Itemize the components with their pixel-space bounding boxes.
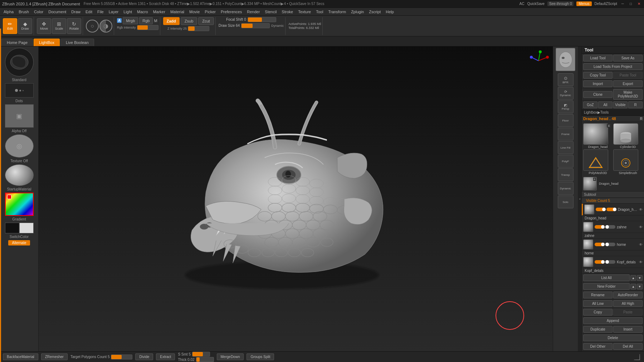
visible-btn[interactable]: Visible (613, 101, 628, 108)
menu-movie[interactable]: Movie (187, 9, 202, 15)
alternate-btn[interactable]: Alternate (8, 240, 30, 246)
menu-stroke[interactable]: Stroke (279, 9, 295, 15)
menu-material[interactable]: Material (168, 9, 186, 15)
rename-btn[interactable]: Rename (583, 292, 613, 298)
resize-icon[interactable] (633, 353, 641, 361)
maximize-btn[interactable]: □ (628, 2, 633, 6)
persp-btn[interactable]: ◩ Persp (558, 100, 574, 113)
minimize-btn[interactable]: ─ (620, 2, 625, 6)
s-smt-slider[interactable] (192, 352, 210, 357)
draw-size-slider[interactable] (241, 23, 270, 28)
linefill-btn[interactable]: Line Fill (558, 141, 574, 154)
tab-lightbox[interactable]: LightBox (34, 39, 60, 46)
list-all-btn[interactable]: List All (583, 274, 630, 281)
scale-btn[interactable]: ⊞ Scale (52, 18, 66, 34)
tool-thumb-dragon1[interactable]: 4 Dragon_head (583, 123, 613, 149)
focal-shift-slider[interactable] (248, 17, 276, 22)
canvas-area[interactable] (39, 46, 553, 351)
move-btn[interactable]: ✥ Move (37, 18, 51, 34)
quicksave-btn[interactable]: QuickSave (527, 2, 545, 6)
subtool-toggle-dragon[interactable] (596, 208, 606, 211)
menu-help[interactable]: Help (384, 9, 396, 15)
list-arrow-down1[interactable]: ▼ (637, 275, 643, 281)
dynamic-label[interactable]: Dynamic (271, 24, 284, 28)
eye-icon-horne[interactable]: 👁 (639, 243, 643, 247)
right-collapse-handle[interactable]: ◂ (578, 46, 581, 351)
paste-subtool-btn[interactable]: Paste (613, 309, 643, 316)
alpha-preview[interactable]: ▣ (5, 104, 34, 128)
subtool-toggle2-dragon[interactable] (606, 208, 616, 211)
menu-marker[interactable]: Marker (151, 9, 167, 15)
menu-preferences[interactable]: Preferences (219, 9, 244, 15)
subtool-toggle-horne[interactable] (595, 243, 605, 246)
color-swatches[interactable] (5, 223, 34, 233)
menu-zplugin[interactable]: Zplugin (349, 9, 366, 15)
thick-slider[interactable] (196, 357, 214, 362)
divide-btn[interactable]: Divide (135, 353, 153, 360)
edit-btn[interactable]: ✏ Edit (3, 18, 17, 34)
eye-icon-zahne[interactable]: 👁 (639, 225, 643, 229)
transp-btn[interactable]: Transp (558, 168, 574, 181)
swatch-black[interactable] (5, 223, 19, 233)
menu-tool[interactable]: Tool (314, 9, 325, 15)
delete-btn[interactable]: Delete (583, 334, 643, 341)
goz-btn[interactable]: GoZ (583, 101, 597, 108)
head-preview-thumbnail[interactable] (556, 48, 575, 71)
copy-tool-btn[interactable]: Copy Tool (583, 72, 613, 79)
rgb-intensity-slider[interactable] (137, 25, 158, 30)
menu-layer[interactable]: Layer (107, 9, 121, 15)
material-preview[interactable] (5, 164, 34, 186)
import-btn[interactable]: Import (583, 80, 613, 87)
swatch-white[interactable] (19, 223, 34, 233)
menu-transform[interactable]: Transform (326, 9, 348, 15)
subtool-toggle2-zahne[interactable] (605, 225, 615, 229)
del-other-btn[interactable]: Del Other (583, 343, 613, 350)
extract-bottom-btn[interactable]: Extract (156, 353, 175, 360)
color-picker[interactable] (5, 193, 34, 216)
tool-thumb-cylinder[interactable]: Cylinder3D (613, 123, 643, 149)
frame-btn[interactable]: Frame (558, 128, 574, 140)
menu-stencil[interactable]: Stencil (263, 9, 279, 15)
subtool-item-horne[interactable]: horne 👁 (582, 239, 644, 251)
menus-btn[interactable]: Menus (576, 1, 591, 6)
sphere-outline-btn[interactable]: ○ (86, 20, 99, 33)
append-btn[interactable]: Append (583, 317, 643, 324)
subtool-toggle-zahne[interactable] (595, 225, 605, 229)
polyf-btn[interactable]: PolyF (558, 155, 574, 168)
solo-btn[interactable]: Solo (558, 195, 574, 208)
z-intensity-slider[interactable] (188, 26, 209, 31)
rgb-btn[interactable]: Rgb (139, 17, 153, 24)
close-btn[interactable]: ✕ (636, 2, 642, 6)
menu-brush[interactable]: Brush (16, 9, 31, 15)
export-btn[interactable]: Export (613, 80, 643, 87)
menu-render[interactable]: Render (245, 9, 262, 15)
folder-arrow-down[interactable]: ▼ (637, 284, 643, 289)
subtool-item-dragon-head[interactable]: Dragon_head 👁 (582, 204, 644, 215)
zsub-btn[interactable]: Zsub (181, 17, 197, 25)
eye-icon-dragon[interactable]: 👁 (639, 208, 643, 212)
eye-icon-kopf[interactable]: 👁 (639, 260, 643, 264)
insert-btn[interactable]: Insert (613, 326, 643, 333)
subtool-item-zahne[interactable]: zahne 👁 (582, 221, 644, 233)
load-tool-btn[interactable]: Load Tool (583, 55, 613, 61)
menu-alpha[interactable]: Alpha (1, 9, 16, 15)
folder-arrow-up[interactable]: ▲ (630, 284, 636, 289)
subtool-item-kopf[interactable]: Kopf_detals 👁 (582, 256, 644, 268)
paste-tool-btn[interactable]: Paste Tool (613, 72, 643, 79)
tab-live-boolean[interactable]: Live Boolean (60, 39, 94, 46)
tab-home[interactable]: Home Page (1, 39, 33, 46)
menu-edit[interactable]: Edit (83, 9, 94, 15)
del-all-btn[interactable]: Del All (613, 343, 643, 350)
dots-preview[interactable] (5, 83, 34, 98)
clone-btn[interactable]: Clone (583, 91, 613, 98)
menu-draw[interactable]: Draw (69, 9, 83, 15)
menu-picker[interactable]: Picker (203, 9, 218, 15)
menu-zscript[interactable]: Zscript (367, 9, 383, 15)
subtool-toggle-kopf[interactable] (595, 260, 605, 264)
merge-down-btn[interactable]: MergeDown (217, 353, 244, 360)
copy-subtool-btn[interactable]: Copy (583, 309, 613, 316)
floor-btn[interactable]: Floor (558, 114, 574, 127)
menu-document[interactable]: Document (46, 9, 68, 15)
make-polymesh-btn[interactable]: Make PolyMesh3D (613, 89, 643, 100)
duplicate-btn[interactable]: Duplicate (583, 326, 613, 333)
